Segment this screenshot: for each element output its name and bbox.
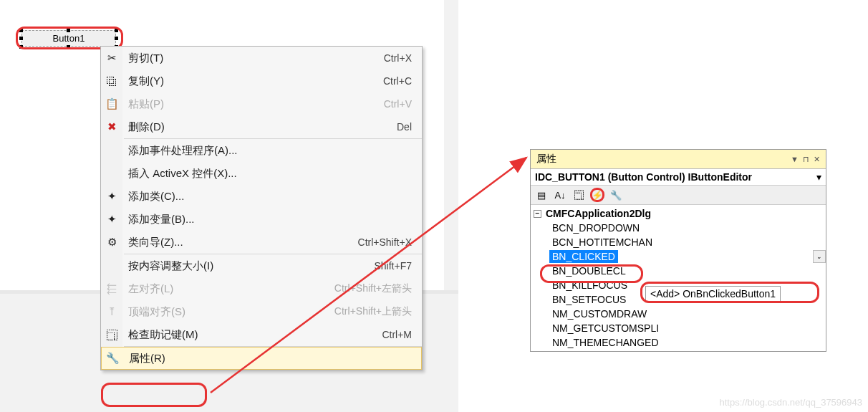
menu-item-a[interactable]: 添加事件处理程序(A)...	[101, 139, 422, 162]
menu-item-label: 插入 ActiveX 控件(X)...	[128, 167, 237, 181]
event-name: NM_THEMECHANGED	[549, 336, 662, 349]
menu-item-i[interactable]: 按内容调整大小(I)Shift+F7	[101, 254, 422, 277]
menu-item-y[interactable]: ⿻复制(Y)Ctrl+C	[101, 70, 422, 92]
add-handler-text: <Add> OnBnClickedButton1	[650, 288, 776, 300]
close-icon[interactable]: ✕	[814, 155, 820, 164]
add-var-icon: ✦	[105, 213, 118, 226]
event-name: BN_CLICKED	[549, 250, 618, 263]
menu-item-label: 类向导(Z)...	[128, 236, 183, 249]
menu-item-r[interactable]: 🔧属性(R)	[101, 347, 422, 370]
event-row[interactable]: NM_THEMECHANGED	[531, 335, 826, 350]
lightning-icon[interactable]: ⚡	[590, 188, 604, 202]
menu-item-l: ⬱左对齐(L)Ctrl+Shift+左箭头	[101, 277, 422, 300]
event-name: BCN_HOTITEMCHAN	[549, 236, 655, 249]
tree-group-label: CMFCApplication2Dlg	[546, 208, 651, 219]
wrench-icon: 🔧	[106, 352, 119, 365]
dropdown-icon[interactable]: ▼	[791, 155, 799, 163]
menu-item-t[interactable]: ✂剪切(T)Ctrl+X	[101, 47, 422, 70]
blank-icon	[105, 144, 118, 157]
properties-title: 属性	[536, 153, 556, 166]
add-handler-tooltip[interactable]: <Add> OnBnClickedButton1	[645, 286, 781, 302]
class-wizard-icon: ⚙	[105, 236, 118, 249]
watermark-text: https://blog.csdn.net/qq_37596943	[720, 397, 863, 408]
event-row[interactable]: NM_GETCUSTOMSPLI	[531, 321, 826, 335]
menu-shortcut: Shift+F7	[374, 260, 412, 272]
menu-shortcut: Ctrl+M	[382, 329, 412, 340]
menu-item-label: 添加类(C)...	[128, 190, 184, 203]
properties-object-selector[interactable]: IDC_BUTTON1 (Button Control) IButtonEdit…	[531, 169, 826, 186]
cut-icon: ✂	[105, 52, 118, 64]
event-row[interactable]: BCN_HOTITEMCHAN	[531, 235, 826, 249]
add-class-icon: ✦	[105, 190, 118, 203]
align-top-icon: ⤒	[105, 305, 118, 318]
event-name: NM_CUSTOMDRAW	[549, 307, 650, 320]
blank-icon	[105, 167, 118, 180]
control-events-icon[interactable]: ⿹	[572, 188, 586, 202]
menu-shortcut: Ctrl+C	[383, 75, 412, 87]
event-name: BN_SETFOCUS	[549, 293, 629, 306]
copy-icon: ⿻	[105, 75, 118, 87]
event-name: BCN_DROPDOWN	[549, 221, 642, 234]
align-left-icon: ⬱	[105, 282, 118, 295]
menu-item-b[interactable]: ✦添加变量(B)...	[101, 208, 422, 231]
delete-icon: ✖	[105, 120, 118, 133]
alpha-sort-icon[interactable]: A↓	[553, 188, 567, 202]
menu-shortcut: Ctrl+Shift+左箭头	[334, 282, 412, 295]
menu-item-d[interactable]: ✖删除(D)Del	[101, 115, 422, 138]
event-name: BN_DOUBLECL	[549, 264, 629, 277]
menu-item-label: 添加事件处理程序(A)...	[128, 144, 238, 158]
blank-icon	[105, 259, 118, 272]
paste-icon: 📋	[105, 97, 118, 110]
menu-item-s: ⤒顶端对齐(S)Ctrl+Shift+上箭头	[101, 300, 422, 323]
categorized-icon[interactable]: ▤	[534, 188, 549, 202]
wrench-icon[interactable]: 🔧	[609, 188, 623, 202]
event-value-cell[interactable]: ⌄	[675, 250, 826, 263]
menu-shortcut: Ctrl+V	[384, 98, 412, 110]
menu-item-label: 删除(D)	[128, 120, 165, 134]
properties-tree: − CMFCApplication2Dlg BCN_DROPDOWNBCN_HO…	[531, 205, 826, 351]
menu-item-label: 顶端对齐(S)	[128, 305, 185, 319]
menu-item-label: 属性(R)	[129, 352, 165, 365]
event-name: BN_KILLFOCUS	[549, 279, 630, 292]
menu-shortcut: Del	[397, 121, 412, 133]
properties-toolbar: ▤A↓⿹⚡🔧	[531, 186, 826, 205]
menu-item-label: 添加变量(B)...	[128, 213, 195, 226]
menu-item-label: 复制(Y)	[128, 75, 164, 88]
menu-item-c[interactable]: ✦添加类(C)...	[101, 185, 422, 208]
context-menu: ✂剪切(T)Ctrl+X⿻复制(Y)Ctrl+C📋粘贴(P)Ctrl+V✖删除(…	[100, 46, 423, 370]
event-row[interactable]: BN_CLICKED⌄	[531, 249, 826, 264]
menu-shortcut: Ctrl+X	[384, 52, 412, 64]
menu-item-activexx[interactable]: 插入 ActiveX 控件(X)...	[101, 162, 422, 185]
menu-item-p: 📋粘贴(P)Ctrl+V	[101, 92, 422, 115]
collapse-icon[interactable]: −	[534, 210, 541, 218]
event-row[interactable]: BN_DOUBLECL	[531, 264, 826, 278]
mnemonic-icon: ⿹	[105, 328, 118, 341]
menu-shortcut: Ctrl+Shift+X	[358, 236, 412, 248]
menu-item-label: 左对齐(L)	[128, 282, 173, 296]
menu-item-z[interactable]: ⚙类向导(Z)...Ctrl+Shift+X	[101, 231, 422, 254]
tree-group-header[interactable]: − CMFCApplication2Dlg	[531, 206, 826, 221]
properties-title-bar[interactable]: 属性 ▼ ⊓ ✕	[531, 150, 826, 169]
event-row[interactable]: NM_CUSTOMDRAW	[531, 307, 826, 321]
menu-item-m[interactable]: ⿹检查助记键(M)Ctrl+M	[101, 323, 422, 346]
properties-panel: 属性 ▼ ⊓ ✕ IDC_BUTTON1 (Button Control) IB…	[530, 149, 826, 352]
chevron-down-icon[interactable]: ⌄	[813, 250, 826, 263]
event-row[interactable]: BCN_DROPDOWN	[531, 221, 826, 235]
menu-item-label: 粘贴(P)	[128, 97, 164, 111]
menu-item-label: 检查助记键(M)	[128, 328, 198, 342]
menu-shortcut: Ctrl+Shift+上箭头	[334, 305, 412, 318]
menu-item-label: 按内容调整大小(I)	[128, 259, 213, 273]
properties-object-name: IDC_BUTTON1 (Button Control) IButtonEdit…	[535, 171, 752, 183]
pin-icon[interactable]: ⊓	[803, 155, 809, 164]
chevron-down-icon[interactable]: ▾	[816, 171, 821, 183]
event-name: NM_GETCUSTOMSPLI	[549, 322, 662, 335]
menu-item-label: 剪切(T)	[128, 52, 163, 65]
